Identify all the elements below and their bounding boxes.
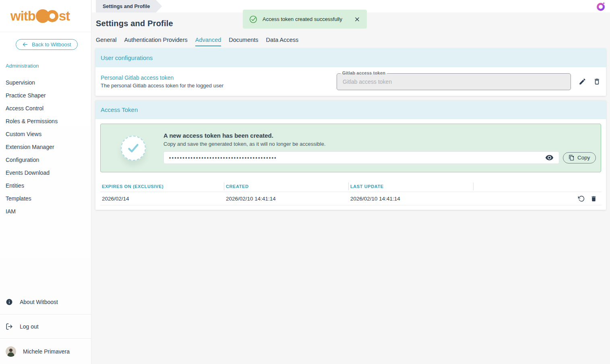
sidebar-item-extension-manager[interactable]: Extension Manager (0, 141, 91, 153)
avatar (6, 346, 16, 357)
success-badge (121, 136, 146, 161)
logout-label: Log out (20, 323, 39, 330)
toast-close-button[interactable] (354, 16, 361, 23)
config-row-description: The personal Gitlab access token for the… (101, 83, 223, 89)
user-menu[interactable]: Michele Primavera (0, 338, 91, 364)
about-witboost-label: About Witboost (20, 299, 58, 305)
token-created-alert: A new access token has been created. Cop… (100, 124, 601, 172)
logout-icon (6, 323, 13, 330)
user-configurations-card: User configurations Personal Gitlab acce… (95, 48, 606, 96)
logo-disc-icon (36, 9, 50, 23)
ai-assistant-button[interactable] (596, 1, 606, 12)
back-arrow-icon (22, 41, 28, 48)
alert-title: A new access token has been created. (163, 132, 596, 139)
delete-token-button[interactable] (590, 195, 597, 202)
tab-documents[interactable]: Documents (229, 37, 258, 46)
table-row: 2026/02/14 2026/02/10 14:41:14 2026/02/1… (100, 192, 601, 205)
access-token-card: Access Token A new access token has been… (95, 100, 606, 210)
breadcrumb: Settings and Profile (96, 0, 162, 12)
copy-button-label: Copy (577, 155, 590, 161)
page-title: Settings and Profile (96, 19, 173, 28)
tab-general[interactable]: General (96, 37, 117, 46)
sidebar-item-templates[interactable]: Templates (0, 192, 91, 205)
check-icon (126, 141, 141, 155)
cell-last-update: 2026/02/10 14:41:14 (349, 196, 474, 202)
delete-gitlab-token-button[interactable] (593, 78, 601, 85)
logout-button[interactable]: Log out (0, 314, 91, 338)
copy-token-button[interactable]: Copy (563, 152, 596, 163)
toast-message: Access token created successfully (263, 16, 342, 22)
gitlab-token-config-row: Personal Gitlab access token The persona… (95, 67, 606, 96)
config-field-area: Gitlab access token Gitlab access token (337, 73, 601, 90)
back-to-witboost-button[interactable]: Back to Witboost (16, 39, 78, 50)
sidebar-bottom: About Witboost Log out Michele Primavera (0, 290, 91, 364)
masked-token-field[interactable]: •••••••••••••••••••••••••••••••••••••••• (163, 151, 559, 164)
about-witboost-button[interactable]: About Witboost (0, 290, 91, 314)
copy-icon (569, 155, 575, 161)
tab-authentication-providers[interactable]: Authentication Providers (124, 37, 188, 46)
access-token-header: Access Token (95, 100, 606, 119)
logo-text-right: st (59, 8, 70, 24)
witboost-logo: witb st (10, 8, 70, 24)
check-circle-icon (249, 15, 258, 24)
gitlab-token-field-placeholder: Gitlab access token (343, 79, 392, 85)
sidebar-item-entities[interactable]: Entities (0, 179, 91, 192)
row-actions (474, 195, 601, 202)
info-icon (6, 298, 13, 306)
sidebar-item-iam[interactable]: IAM (0, 205, 91, 218)
masked-token-value: •••••••••••••••••••••••••••••••••••••••• (169, 155, 277, 161)
user-configurations-header: User configurations (95, 48, 606, 67)
edit-pencil-icon (579, 78, 586, 85)
column-last-update: LAST UPDATE (349, 182, 474, 190)
tab-advanced[interactable]: Advanced (195, 37, 221, 46)
sidebar-section-administration: Administration (6, 63, 39, 69)
sidebar-item-custom-views[interactable]: Custom Views (0, 128, 91, 141)
eye-icon (545, 153, 554, 162)
gitlab-access-token-field[interactable]: Gitlab access token Gitlab access token (337, 73, 571, 90)
logo-area: witb st (0, 0, 91, 32)
app-root: witb st Back to Witboost Administration … (0, 0, 610, 364)
cell-created: 2026/02/10 14:41:14 (224, 196, 349, 202)
user-name-label: Michele Primavera (23, 348, 70, 355)
edit-gitlab-token-button[interactable] (579, 78, 586, 85)
refresh-icon (578, 195, 585, 202)
cell-expires-on: 2026/02/14 (100, 196, 224, 202)
token-table-header: EXPIRES ON (EXCLUSIVE) CREATED LAST UPDA… (100, 181, 601, 192)
token-table: EXPIRES ON (EXCLUSIVE) CREATED LAST UPDA… (100, 181, 601, 205)
sidebar-item-practice-shaper[interactable]: Practice Shaper (0, 89, 91, 102)
column-expires-on: EXPIRES ON (EXCLUSIVE) (100, 182, 224, 190)
token-row: ••••••••••••••••••••••••••••••••••••••••… (163, 151, 596, 164)
logo-double-o-icon (36, 9, 58, 23)
sidebar-item-roles-permissions[interactable]: Roles & Permissions (0, 115, 91, 128)
tabs: General Authentication Providers Advance… (96, 37, 298, 46)
sidebar-item-supervision[interactable]: Supervision (0, 76, 91, 89)
config-texts: Personal Gitlab access token The persona… (101, 74, 223, 89)
config-row-title: Personal Gitlab access token (101, 74, 223, 81)
sidebar-item-access-control[interactable]: Access Control (0, 102, 91, 115)
trash-icon (593, 78, 601, 85)
alert-content: A new access token has been created. Cop… (163, 132, 596, 164)
sidebar: witb st Back to Witboost Administration … (0, 0, 91, 364)
sidebar-nav: Supervision Practice Shaper Access Contr… (0, 76, 91, 218)
column-created: CREATED (224, 182, 349, 190)
gitlab-token-field-label: Gitlab access token (341, 70, 387, 75)
trash-icon (590, 195, 597, 202)
alert-description: Copy and save the generated token, as it… (163, 141, 596, 147)
column-actions (474, 182, 601, 190)
toast-success: Access token created successfully (243, 10, 367, 29)
back-button-label: Back to Witboost (32, 41, 71, 48)
logo-text-left: witb (10, 8, 35, 24)
regenerate-token-button[interactable] (578, 195, 585, 202)
tab-data-access[interactable]: Data Access (266, 37, 299, 46)
sidebar-item-events-download[interactable]: Events Download (0, 166, 91, 179)
reveal-token-button[interactable] (545, 153, 554, 162)
sidebar-item-configuration[interactable]: Configuration (0, 153, 91, 166)
